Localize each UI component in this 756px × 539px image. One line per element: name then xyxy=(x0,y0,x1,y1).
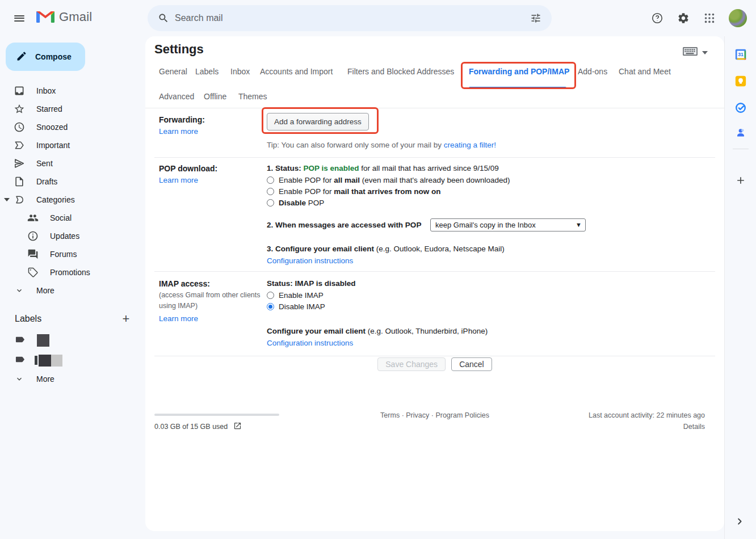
search-options-tune-icon[interactable] xyxy=(524,7,547,30)
calendar-icon[interactable]: 31 xyxy=(729,43,752,66)
sidebar-item-social[interactable]: Social xyxy=(0,209,141,227)
pop-radio-disable[interactable]: Disable POP xyxy=(267,199,324,207)
divider xyxy=(154,356,715,356)
tab-forwarding-and-pop-imap[interactable]: Forwarding and POP/IMAP xyxy=(469,67,569,76)
imap-radio-disable[interactable]: Disable IMAP xyxy=(267,302,325,311)
imap-learn-more-link[interactable]: Learn more xyxy=(159,314,198,323)
tab-inbox[interactable]: Inbox xyxy=(230,67,250,76)
sidebar-item-inbox[interactable]: Inbox xyxy=(0,82,141,100)
sidebar-item-starred[interactable]: Starred xyxy=(0,100,141,118)
create-label-plus-icon[interactable]: + xyxy=(118,311,134,327)
google-apps-grid-icon[interactable] xyxy=(698,7,721,30)
forwarding-learn-more-link[interactable]: Learn more xyxy=(159,127,198,136)
get-add-ons-plus-icon[interactable] xyxy=(729,169,752,192)
sidebar-item-updates[interactable]: Updates xyxy=(0,227,141,245)
tab-chat-and-meet[interactable]: Chat and Meet xyxy=(619,67,671,76)
divider xyxy=(145,108,724,108)
save-changes-button[interactable]: Save Changes xyxy=(377,357,446,371)
hide-side-panel-chevron-right-icon[interactable] xyxy=(734,516,745,529)
pop-configure-line: 3. Configure your email client (e.g. Out… xyxy=(267,245,505,253)
imap-radio-enable[interactable]: Enable IMAP xyxy=(267,291,324,300)
account-avatar[interactable] xyxy=(729,9,747,27)
pop-radio-all-mail[interactable]: Enable POP for all mail (even mail that'… xyxy=(267,176,510,184)
terms-link[interactable]: Terms xyxy=(380,411,400,419)
draft-file-icon xyxy=(14,176,25,187)
sidebar-item-promotions[interactable]: Promotions xyxy=(0,263,141,281)
tab-filters-and-blocked-addresses[interactable]: Filters and Blocked Addresses xyxy=(347,67,454,76)
creating-a-filter-link[interactable]: creating a filter! xyxy=(444,141,496,149)
imap-configuration-instructions-link[interactable]: Configuration instructions xyxy=(267,339,353,347)
expand-caret-icon[interactable] xyxy=(4,198,10,201)
tab-labels[interactable]: Labels xyxy=(195,67,219,76)
pop-learn-more-link[interactable]: Learn more xyxy=(159,176,198,184)
compose-pencil-icon xyxy=(16,50,27,64)
tab-offline[interactable]: Offline xyxy=(204,92,226,101)
radio-label: Disable IMAP xyxy=(279,302,325,311)
hamburger-menu-icon[interactable] xyxy=(8,7,31,30)
status-rest: for all mail that has arrived since 9/15… xyxy=(359,164,499,172)
radio-unchecked-icon[interactable] xyxy=(267,292,274,299)
sidebar-item-categories[interactable]: Categories xyxy=(0,191,141,209)
pop-configuration-instructions-link[interactable]: Configuration instructions xyxy=(267,256,353,265)
sidebar-item-more[interactable]: More xyxy=(0,281,141,300)
active-tab-underline xyxy=(469,87,566,89)
status-label: 1. Status: xyxy=(267,164,304,172)
sidebar-item-sent[interactable]: Sent xyxy=(0,154,141,172)
tasks-icon[interactable] xyxy=(729,96,752,119)
search-bar[interactable] xyxy=(148,5,552,31)
keyboard-dropdown-caret-icon[interactable] xyxy=(702,51,708,54)
sidebar-item-drafts[interactable]: Drafts xyxy=(0,172,141,191)
send-icon xyxy=(14,158,25,169)
compose-button[interactable]: Compose xyxy=(6,43,85,71)
radio-checked-icon[interactable] xyxy=(267,303,274,310)
chevron-down-icon xyxy=(15,373,24,385)
help-icon[interactable] xyxy=(646,7,669,30)
chevron-down-icon xyxy=(15,285,24,296)
select-value: keep Gmail's copy in the Inbox xyxy=(435,221,536,229)
chat-icon xyxy=(27,249,39,260)
radio-unchecked-icon[interactable] xyxy=(267,188,274,195)
search-input[interactable] xyxy=(175,13,524,23)
sidebar-item-snoozed[interactable]: Snoozed xyxy=(0,118,141,136)
input-tools-toggle[interactable] xyxy=(683,47,708,58)
tab-add-ons[interactable]: Add-ons xyxy=(578,67,607,76)
open-in-new-icon[interactable] xyxy=(233,422,242,432)
contacts-icon[interactable] xyxy=(729,121,752,144)
pop-section-label: POP download: xyxy=(159,164,217,173)
tab-accounts-and-import[interactable]: Accounts and Import xyxy=(260,67,333,76)
pop-action-select[interactable]: keep Gmail's copy in the Inbox ▼ xyxy=(430,218,586,231)
tab-advanced[interactable]: Advanced xyxy=(159,92,194,101)
forwarding-tip: Tip: You can also forward only some of y… xyxy=(267,141,496,149)
tab-general[interactable]: General xyxy=(159,67,187,76)
tab-themes[interactable]: Themes xyxy=(238,92,267,101)
labels-more[interactable]: More xyxy=(0,370,141,388)
cancel-button[interactable]: Cancel xyxy=(451,357,492,371)
sidebar-item-important[interactable]: Important xyxy=(0,136,141,154)
side-panel-rail: 31 xyxy=(724,36,756,539)
gmail-logo[interactable]: Gmail xyxy=(36,9,92,25)
redacted-label-name xyxy=(39,355,51,367)
categories-icon xyxy=(14,194,25,205)
search-icon[interactable] xyxy=(152,7,175,30)
labels-title: Labels xyxy=(15,314,41,324)
pop-radio-from-now-on[interactable]: Enable POP for mail that arrives from no… xyxy=(267,187,441,196)
rail-divider xyxy=(733,149,749,149)
details-link[interactable]: Details xyxy=(683,423,705,431)
add-forwarding-address-button[interactable]: Add a forwarding address xyxy=(267,113,369,130)
privacy-link[interactable]: Privacy xyxy=(406,411,429,419)
settings-gear-icon[interactable] xyxy=(672,7,695,30)
radio-unchecked-icon[interactable] xyxy=(267,199,274,207)
program-policies-link[interactable]: Program Policies xyxy=(435,411,489,419)
topbar-actions xyxy=(646,7,747,30)
radio-label: Enable POP for mail that arrives from no… xyxy=(279,187,441,196)
settings-panel: Settings General Labels Inbox Accounts a… xyxy=(145,36,724,531)
inbox-icon xyxy=(14,85,25,96)
user-label-row[interactable] xyxy=(0,331,141,349)
keep-icon[interactable] xyxy=(729,70,752,92)
forwarding-section-label: Forwarding: xyxy=(159,115,205,124)
sidebar-item-forums[interactable]: Forums xyxy=(0,245,141,263)
clock-icon xyxy=(14,121,25,133)
svg-text:31: 31 xyxy=(738,52,744,57)
user-label-row[interactable] xyxy=(0,351,141,369)
radio-unchecked-icon[interactable] xyxy=(267,176,274,184)
